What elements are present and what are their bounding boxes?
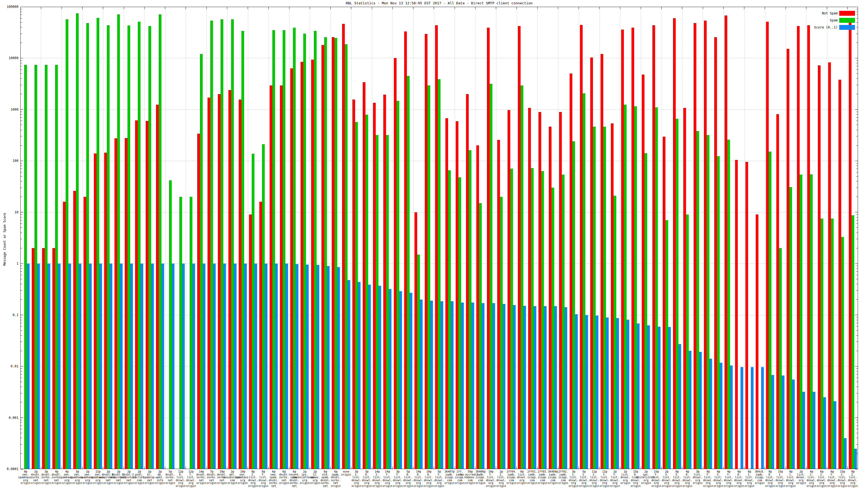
bar-not-spam [301, 62, 303, 469]
x-tick-top [620, 7, 620, 9]
gridline-v [310, 7, 310, 469]
x-tick-label: 6@ dnsbl. sorbs. net origin [279, 470, 289, 485]
y-minor-tick-right [856, 34, 858, 34]
bar-score [347, 280, 350, 469]
x-tick-top [682, 7, 682, 9]
bar-spam [283, 30, 285, 469]
chart-title: RBL Statistics - Mon Nov 13 12:58:05 EST… [346, 1, 533, 5]
gridline-v [124, 7, 124, 469]
x-tick-label: 3@ 2. list. dnswl. org origin [351, 470, 361, 487]
y-minor-tick-right [856, 320, 858, 320]
y-minor-tick-right [856, 317, 858, 318]
bar-spam [831, 219, 834, 469]
x-tick-label: 9@ 2. list. dnswl. org origin [848, 470, 858, 487]
bar-spam [779, 248, 782, 469]
x-tick-label: 4@ 0. list. dnswl. org origin [682, 470, 692, 487]
y-minor-tick-left [21, 63, 22, 63]
gridline-v [455, 7, 455, 469]
bar-score [678, 344, 681, 469]
bar-spam [458, 177, 461, 469]
y-minor-tick-left [21, 422, 22, 423]
x-tick-label: 2@ 3. list. dnswl. org origin [662, 470, 672, 487]
bar-spam [262, 144, 265, 469]
bar-not-spam [704, 21, 707, 469]
x-tick-label: 15@ Y. list. dnswl. org origin [652, 470, 661, 487]
y-minor-tick-right [856, 335, 858, 336]
bar-spam [645, 153, 647, 469]
bar-not-spam [63, 202, 66, 469]
y-minor-tick-left [21, 73, 22, 74]
bar-spam [634, 106, 637, 469]
x-tick-label: 3@ dnsbl. sorbs. net origin [41, 470, 51, 485]
bar-not-spam [776, 114, 779, 469]
y-minor-tick-right [856, 215, 858, 215]
bar-score [368, 285, 371, 469]
bar-score [616, 318, 619, 469]
bar-not-spam [425, 34, 428, 469]
y-minor-tick-right [856, 275, 858, 275]
y-minor-tick-left [21, 402, 22, 402]
y-minor-tick-left [21, 420, 22, 420]
x-tick-bottom [165, 466, 165, 469]
bar-spam [686, 215, 689, 469]
bar-not-spam [663, 137, 665, 469]
x-tick-top [413, 7, 413, 9]
x-tick-label: 3@ 0. list. dnswl. org origin [362, 470, 372, 487]
bar-spam [800, 174, 802, 469]
bar-not-spam [528, 108, 531, 469]
bar-not-spam [621, 30, 624, 469]
bar-score [161, 263, 164, 469]
x-tick-bottom [703, 466, 703, 469]
gridline-v [558, 7, 558, 469]
bar-score [606, 318, 609, 469]
x-tick-bottom [517, 466, 517, 469]
x-tick-label: 14@ 2. list. dnswl. org origin [372, 470, 382, 487]
gridline-v [165, 7, 165, 469]
y-tick-label: 10 [0, 210, 19, 214]
bar-score [27, 263, 30, 469]
bar-spam [365, 115, 368, 469]
y-axis-label: Message Count or Spam Score [3, 213, 6, 266]
y-minor-tick-right [856, 382, 858, 382]
y-minor-tick-left [21, 166, 22, 166]
x-tick-top [641, 7, 641, 9]
x-tick-label: 3@ Y. list. dnswl. org origin [393, 470, 403, 487]
bar-spam [138, 22, 141, 469]
x-tick-label: 9@ Y. list. dnswl. org origin [703, 470, 713, 487]
x-tick-top [103, 7, 103, 9]
bar-score [813, 392, 815, 469]
x-tick-label: 6@ new. spam. dnsbl. sorbs. net origin [269, 470, 279, 488]
x-tick-label: 9@ 3. list. dnswl. org origin [672, 470, 682, 487]
y-major-tick-left [21, 109, 23, 109]
y-minor-tick-right [856, 172, 858, 172]
bar-spam [769, 152, 771, 469]
x-tick-label: 364c8. iadb. isipp. com origin [755, 470, 765, 485]
x-tick-label: 6@ Y. list. dnswl. org origin [827, 470, 837, 487]
bar-score [141, 263, 143, 469]
x-tick-top [599, 7, 599, 9]
y-minor-tick-left [21, 18, 22, 19]
y-minor-tick-right [856, 374, 858, 375]
x-tick-label: 9@ zen. spamhaus. org origin [18, 470, 33, 485]
y-minor-tick-right [856, 330, 858, 330]
bar-spam [820, 219, 823, 469]
bar-spam [345, 44, 347, 469]
bar-score [254, 263, 257, 469]
x-tick-top [144, 7, 145, 9]
bar-not-spam [745, 162, 748, 469]
y-minor-tick-left [21, 326, 22, 326]
bar-spam [552, 188, 554, 469]
bar-not-spam [94, 154, 97, 469]
bar-not-spam [445, 118, 448, 469]
gridline-v [413, 7, 414, 469]
bar-score [782, 376, 784, 469]
bar-spam [169, 180, 172, 469]
y-tick-label: 100 [0, 159, 19, 163]
bar-not-spam [146, 121, 148, 469]
bar-not-spam [311, 60, 314, 469]
bar-spam [407, 76, 410, 469]
bar-spam [179, 197, 182, 469]
bar-spam [655, 107, 658, 469]
bar-score [99, 263, 102, 469]
x-tick-bottom [82, 466, 83, 469]
